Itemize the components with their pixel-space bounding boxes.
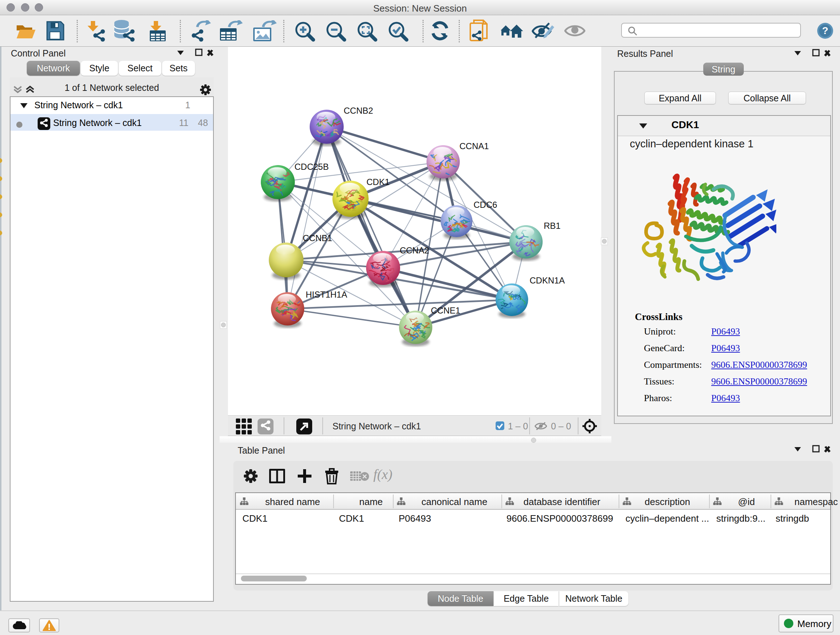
svg-text:?: ? <box>822 25 828 36</box>
